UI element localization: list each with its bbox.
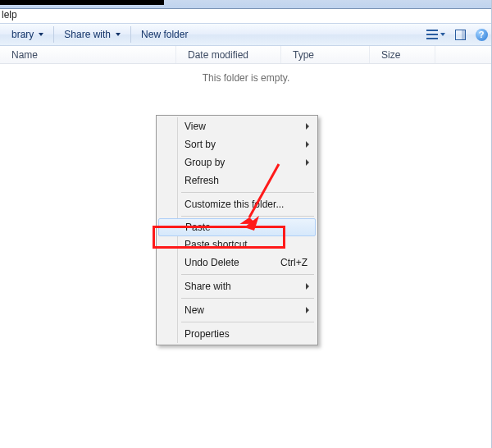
chevron-down-icon <box>39 33 43 36</box>
views-icon <box>426 30 438 39</box>
ctx-refresh[interactable]: Refresh <box>158 171 316 190</box>
ctx-paste[interactable]: Paste <box>158 218 316 236</box>
svg-rect-0 <box>426 30 438 31</box>
column-header-date-label: Date modified <box>188 49 248 61</box>
toolbar-share-dropdown[interactable]: Share with <box>56 25 129 43</box>
ctx-paste-shortcut-label: Paste shortcut <box>184 239 248 250</box>
menu-help[interactable]: lelp <box>2 9 17 21</box>
ctx-customize-folder[interactable]: Customize this folder... <box>158 195 316 213</box>
column-header-size-label: Size <box>381 49 400 61</box>
svg-rect-1 <box>426 34 438 35</box>
chevron-down-icon <box>440 33 445 36</box>
chevron-down-icon <box>116 33 121 36</box>
column-header-size[interactable]: Size <box>370 46 435 63</box>
ctx-paste-label: Paste <box>185 222 211 233</box>
context-menu-separator <box>181 216 314 217</box>
ctx-sort-by[interactable]: Sort by <box>158 135 316 153</box>
ctx-properties-label: Properties <box>184 328 230 340</box>
ctx-group-label: Group by <box>184 157 225 168</box>
ctx-view-label: View <box>184 121 206 132</box>
column-header-row: Name Date modified Type Size <box>0 46 492 64</box>
toolbar-share-label: Share with <box>64 29 111 40</box>
column-header-name[interactable]: Name <box>0 46 176 63</box>
column-header-type[interactable]: Type <box>281 46 370 63</box>
submenu-arrow-icon <box>306 159 309 166</box>
ctx-undo-label: Undo Delete <box>184 257 239 268</box>
titlebar-fragment <box>0 0 492 9</box>
new-folder-label: New folder <box>141 29 188 40</box>
ctx-undo-delete[interactable]: Undo Delete Ctrl+Z <box>158 254 316 272</box>
svg-rect-2 <box>426 38 438 39</box>
context-menu: View Sort by Group by Refresh Customize … <box>156 115 318 345</box>
context-menu-separator <box>181 192 314 193</box>
ctx-share-label: Share with <box>184 281 231 292</box>
column-header-type-label: Type <box>293 49 314 61</box>
toolbar-library-label: brary <box>11 29 34 40</box>
submenu-arrow-icon <box>306 141 309 148</box>
submenu-arrow-icon <box>306 283 309 290</box>
new-folder-button[interactable]: New folder <box>133 25 196 43</box>
change-view-button[interactable] <box>421 25 449 43</box>
ctx-refresh-label: Refresh <box>184 175 219 186</box>
preview-pane-icon <box>455 30 466 40</box>
ctx-share-with[interactable]: Share with <box>158 277 316 295</box>
empty-folder-message: This folder is empty. <box>0 72 492 84</box>
context-menu-separator <box>181 274 314 275</box>
ctx-sort-label: Sort by <box>184 139 216 150</box>
help-button[interactable]: ? <box>471 25 492 43</box>
toolbar-separator <box>130 26 131 43</box>
ctx-new-label: New <box>184 304 204 316</box>
context-menu-separator <box>181 322 314 322</box>
toolbar: brary Share with New folder ? <box>0 23 492 46</box>
ctx-group-by[interactable]: Group by <box>158 153 316 171</box>
column-header-date[interactable]: Date modified <box>176 46 281 63</box>
ctx-view[interactable]: View <box>158 117 316 135</box>
ctx-new[interactable]: New <box>158 301 316 319</box>
submenu-arrow-icon <box>306 307 309 313</box>
context-menu-separator <box>181 298 314 299</box>
ctx-undo-shortcut: Ctrl+Z <box>280 257 308 268</box>
submenu-arrow-icon <box>306 123 309 130</box>
menubar: lelp <box>0 9 492 23</box>
ctx-customize-label: Customize this folder... <box>184 199 284 210</box>
toolbar-separator <box>53 26 54 43</box>
ctx-paste-shortcut[interactable]: Paste shortcut <box>158 235 316 254</box>
ctx-properties[interactable]: Properties <box>158 325 316 343</box>
column-header-name-label: Name <box>11 49 38 61</box>
toolbar-library-dropdown[interactable]: brary <box>3 25 52 43</box>
preview-pane-button[interactable] <box>449 25 471 43</box>
titlebar-dark-fragment <box>0 0 164 5</box>
help-icon: ? <box>476 29 488 41</box>
